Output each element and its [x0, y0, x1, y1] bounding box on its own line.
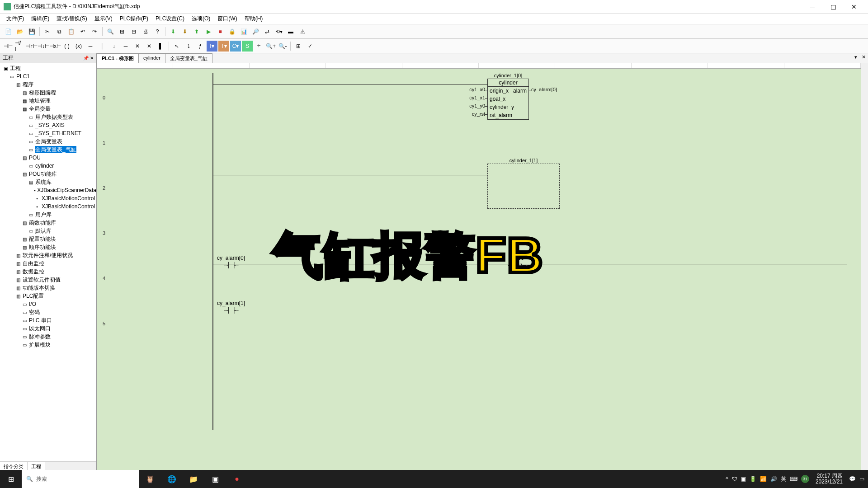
coil-icon[interactable]: ( )	[61, 41, 72, 52]
taskbar-search[interactable]: 🔍 搜索	[22, 470, 139, 488]
branch-icon[interactable]: ⤵	[183, 41, 194, 52]
func-icon[interactable]: ƒ	[195, 41, 206, 52]
menu-file[interactable]: 文件(F)	[3, 14, 28, 24]
menu-plc-op[interactable]: PLC操作(P)	[116, 14, 152, 24]
menu-edit[interactable]: 编辑(E)	[28, 14, 53, 24]
menu-help[interactable]: 帮助(H)	[241, 14, 267, 24]
tree-item-20[interactable]: ▭默认库	[0, 227, 96, 235]
find-icon[interactable]: 🔍	[105, 26, 116, 37]
coil-m300[interactable]: M300 ─( S )─	[508, 255, 526, 268]
contact-del-icon[interactable]: ⊣x⊢	[50, 41, 61, 52]
vline-icon[interactable]: │	[97, 41, 108, 52]
tree-item-25[interactable]: ▥数据监控	[0, 267, 96, 276]
print-icon[interactable]: 🖨	[140, 26, 151, 37]
tray-shield-icon[interactable]: 🛡	[732, 476, 737, 482]
down-icon[interactable]: ↓	[108, 41, 119, 52]
tree-item-10[interactable]: ▭全局变量表_气缸	[0, 145, 96, 154]
menu-view[interactable]: 显示(V)	[91, 14, 116, 24]
tree-item-32[interactable]: ▭以太网口	[0, 324, 96, 333]
tray-wifi-icon[interactable]: 📶	[760, 476, 767, 482]
tray-battery-icon[interactable]: 🔋	[750, 476, 756, 482]
task-record-icon[interactable]: ●	[226, 470, 248, 488]
tree-item-15[interactable]: ▪XJBasicEipScannerData	[0, 186, 96, 194]
system-tray[interactable]: ^ 🛡 ▣ 🔋 📶 🔊 英 ⌨ 31 20:17 周四 2023/12/21 💬…	[722, 473, 868, 485]
del-vline-icon[interactable]: ✕	[144, 41, 155, 52]
grid-icon[interactable]: ⊞	[117, 26, 127, 37]
tab-global[interactable]: 全局变量表_气缸	[165, 53, 212, 63]
copy-icon[interactable]: ⧉	[54, 26, 65, 37]
upload-all-icon[interactable]: ⬇	[179, 26, 190, 37]
vbar-icon[interactable]: ▌	[156, 41, 166, 52]
menu-window[interactable]: 窗口(W)	[214, 14, 241, 24]
warning-icon[interactable]: ⚠	[297, 26, 308, 37]
taskbar-clock[interactable]: 20:17 周四 2023/12/21	[813, 473, 845, 485]
monitor-icon[interactable]: 🔎	[250, 26, 261, 37]
ladder-icon[interactable]: ⊟	[128, 26, 139, 37]
tree-item-22[interactable]: ▧顺序功能块	[0, 243, 96, 251]
run-icon[interactable]: ▶	[203, 26, 214, 37]
contact-nc-icon[interactable]: ⊣/⊢	[14, 41, 25, 52]
fb-cylinder-1[interactable]: cylinder_1[1]	[487, 164, 560, 209]
chart-icon[interactable]: 📊	[238, 26, 249, 37]
ladder-canvas[interactable]: 0 1 2 3 4 5 cylinder_1[0] cylinder origi…	[97, 63, 861, 471]
open-icon[interactable]: 📂	[14, 26, 25, 37]
tree-item-23[interactable]: ▥软元件注释/使用状况	[0, 251, 96, 259]
tool2-icon[interactable]: ✓	[305, 41, 316, 52]
zoomin-icon[interactable]: 🔍+	[265, 41, 276, 52]
tray-badge-icon[interactable]: 31	[801, 475, 809, 483]
tree-item-5[interactable]: ▦全局变量	[0, 105, 96, 113]
tab-dropdown[interactable]: ▾	[852, 53, 859, 63]
contact-p-icon[interactable]: ⊣↑⊢	[26, 41, 37, 52]
stop-icon[interactable]: ■	[215, 26, 226, 37]
tree-item-6[interactable]: ▭用户数据类型表	[0, 113, 96, 121]
compare-icon[interactable]: ⇄	[262, 26, 273, 37]
fb-cylinder-0[interactable]: cylinder_1[0] cylinder origin_xalarm goa…	[487, 79, 529, 120]
save-icon[interactable]: 💾	[26, 26, 37, 37]
cut-icon[interactable]: ✂	[42, 26, 53, 37]
contact-n-icon[interactable]: ⊣↓⊢	[38, 41, 49, 52]
tree-item-18[interactable]: ▭用户库	[0, 211, 96, 219]
tree-item-27[interactable]: ▥功能版本切换	[0, 284, 96, 292]
tree-item-12[interactable]: ▭cylinder	[0, 162, 96, 170]
task-edge-icon[interactable]: 🌐	[161, 470, 183, 488]
task-explorer-icon[interactable]: 📁	[183, 470, 204, 488]
close-button[interactable]: ✕	[844, 0, 864, 14]
tray-ime[interactable]: 英	[781, 475, 786, 483]
menu-options[interactable]: 选项(O)	[188, 14, 214, 24]
pin-icon[interactable]: 📌 ✕	[83, 56, 94, 61]
tree-item-24[interactable]: ▥自由监控	[0, 259, 96, 267]
insert-c-icon[interactable]: C▾	[230, 41, 241, 52]
minimize-button[interactable]: ─	[802, 0, 823, 14]
tray-chevron-icon[interactable]: ^	[726, 476, 728, 482]
tree-item-0[interactable]: ▣工程	[0, 64, 96, 72]
paste-icon[interactable]: 📋	[66, 26, 76, 37]
zoomout-icon[interactable]: 🔍-	[277, 41, 288, 52]
tree-item-16[interactable]: ▪XJBasicMotionControl	[0, 194, 96, 202]
new-icon[interactable]: 📄	[3, 26, 14, 37]
insert-i-icon[interactable]: I▾	[207, 41, 217, 52]
contact-no-icon[interactable]: ⊣⊢	[3, 41, 14, 52]
tree-item-4[interactable]: ▦地址管理	[0, 97, 96, 105]
tree-item-21[interactable]: ▧配置功能块	[0, 235, 96, 243]
tree-item-7[interactable]: ▭_SYS_AXIS	[0, 121, 96, 129]
tree-item-33[interactable]: ▭脉冲参数	[0, 333, 96, 341]
tree-item-3[interactable]: ▥梯形图编程	[0, 89, 96, 97]
tray-keyboard-icon[interactable]: ⌨	[790, 476, 797, 482]
tray-app-icon[interactable]: ▣	[741, 476, 746, 482]
device-icon[interactable]: ▬	[285, 26, 296, 37]
tray-action-icon[interactable]: ▭	[859, 476, 864, 482]
tree-item-8[interactable]: ▭_SYS_ETHERNET	[0, 129, 96, 137]
compare-icon[interactable]: ⫩	[254, 41, 264, 52]
tree-item-31[interactable]: ▭PLC 串口	[0, 316, 96, 324]
tree-item-28[interactable]: ▥PLC配置	[0, 292, 96, 300]
tree-item-13[interactable]: ▧POU功能库	[0, 170, 96, 178]
download-icon[interactable]: ⬇	[168, 26, 179, 37]
undo-icon[interactable]: ↶	[77, 26, 88, 37]
hline-icon[interactable]: ─	[85, 41, 96, 52]
hline2-icon[interactable]: ─	[120, 41, 131, 52]
tree-item-34[interactable]: ▭扩展模块	[0, 341, 96, 349]
project-tree[interactable]: ▣工程▭PLC1▥程序▥梯形图编程▦地址管理▦全局变量▭用户数据类型表▭_SYS…	[0, 63, 96, 461]
tray-volume-icon[interactable]: 🔊	[770, 476, 777, 482]
redo-icon[interactable]: ↷	[89, 26, 100, 37]
tree-item-17[interactable]: ▪XJBasicMotionControl	[0, 202, 96, 211]
